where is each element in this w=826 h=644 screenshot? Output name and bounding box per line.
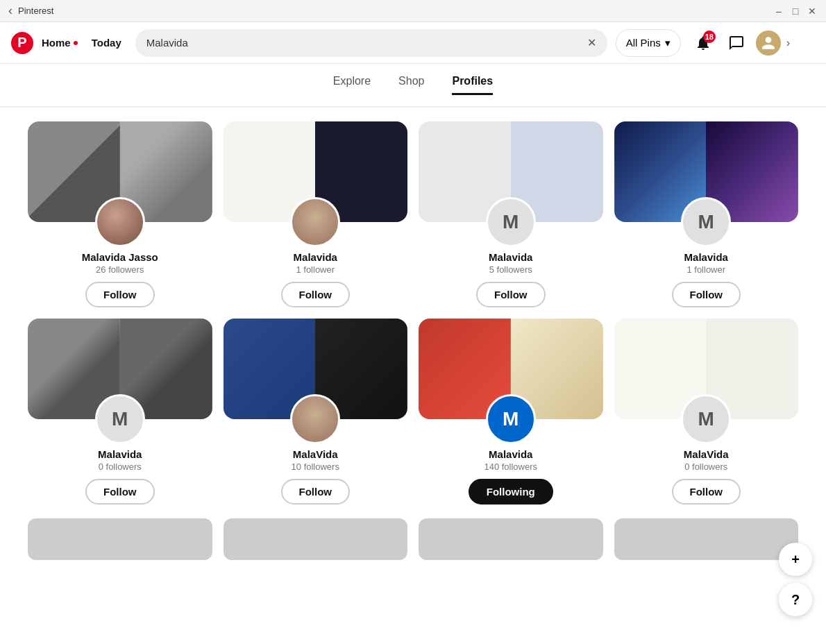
follow-button[interactable]: Follow (672, 282, 741, 307)
window-controls: – □ ✕ (773, 6, 818, 17)
profile-followers: 5 followers (489, 264, 532, 275)
follow-button[interactable]: Follow (476, 282, 546, 307)
bottom-image-right (120, 518, 212, 560)
profile-followers: 0 followers (99, 461, 142, 472)
user-avatar[interactable] (756, 31, 781, 56)
filter-label: All Pins (626, 37, 661, 49)
search-bar[interactable]: ✕ (135, 29, 607, 57)
title-bar: ‹ Pinterest – □ ✕ (0, 0, 826, 22)
nav-icons: 18 › (689, 29, 790, 57)
search-tabs: Explore Shop Profiles (0, 64, 826, 108)
profile-card-3[interactable]: M Malavida 5 followers Follow (419, 121, 603, 307)
profile-name: Malavida Jasso (82, 251, 158, 263)
bottom-card-2[interactable] (224, 518, 408, 560)
bottom-image-left (224, 518, 316, 560)
profile-followers: 140 followers (484, 461, 537, 472)
messages-button[interactable] (723, 29, 750, 57)
profile-avatar (290, 394, 340, 444)
profile-card-2[interactable]: Malavida 1 follower Follow (224, 121, 408, 307)
nav-bar: P Home Today ✕ All Pins ▾ 18 › (0, 22, 826, 64)
chevron-down-icon: ▾ (665, 37, 671, 49)
notifications-button[interactable]: 18 (689, 29, 717, 57)
add-fab-button[interactable]: + (779, 543, 812, 576)
search-clear-icon[interactable]: ✕ (587, 36, 596, 49)
follow-button[interactable]: Following (469, 479, 553, 505)
profile-name: Malavida (489, 251, 532, 263)
account-chevron-icon[interactable]: › (786, 37, 790, 49)
tab-profiles[interactable]: Profiles (452, 75, 493, 95)
bottom-card-3[interactable] (419, 518, 603, 560)
filter-dropdown[interactable]: All Pins ▾ (616, 29, 681, 57)
tab-explore[interactable]: Explore (333, 75, 371, 95)
notification-badge: 18 (703, 31, 716, 43)
profile-card-8[interactable]: M MalaVida 0 followers Follow (614, 319, 799, 505)
profile-card-7[interactable]: M Malavida 140 followers Following (419, 319, 603, 505)
bottom-card-4[interactable] (614, 518, 799, 560)
profile-card-1[interactable]: Malavida Jasso 26 followers Follow (28, 121, 212, 307)
profile-avatar (95, 197, 145, 247)
nav-home-button[interactable]: Home (42, 37, 78, 49)
follow-button[interactable]: Follow (85, 282, 155, 307)
bottom-card-1[interactable] (28, 518, 212, 560)
profile-followers: 26 followers (96, 264, 144, 275)
profile-card-4[interactable]: M Malavida 1 follower Follow (614, 121, 799, 307)
profile-avatar: M (681, 197, 731, 247)
profile-avatar: M (681, 394, 731, 444)
profile-followers: 10 followers (292, 461, 339, 472)
bottom-image-right (315, 518, 407, 560)
profile-name: Malavida (98, 448, 142, 460)
follow-button[interactable]: Follow (85, 479, 155, 505)
profile-card-5[interactable]: M Malavida 0 followers Follow (28, 319, 212, 505)
profile-followers: 0 followers (684, 461, 727, 472)
profile-name: Malavida (684, 251, 728, 263)
title-bar-title: Pinterest (18, 6, 53, 16)
bottom-strip (0, 518, 826, 571)
pinterest-logo[interactable]: P (11, 32, 33, 54)
nav-today-button[interactable]: Today (86, 37, 127, 49)
minimize-button[interactable]: – (773, 6, 784, 17)
message-icon (728, 35, 745, 51)
profiles-grid: Malavida Jasso 26 followers Follow Malav… (0, 108, 826, 518)
follow-button[interactable]: Follow (281, 282, 351, 307)
search-input[interactable] (146, 37, 587, 49)
fab-container: + ? (779, 543, 812, 616)
close-button[interactable]: ✕ (807, 6, 818, 17)
profile-avatar: M (95, 394, 145, 444)
profile-avatar (290, 197, 340, 247)
profile-card-6[interactable]: MalaVida 10 followers Follow (224, 319, 408, 505)
bottom-image-left (28, 518, 120, 560)
profile-avatar: M (486, 197, 536, 247)
profile-name: Malavida (294, 251, 337, 263)
tab-shop[interactable]: Shop (398, 75, 424, 95)
home-dot (74, 41, 78, 45)
profile-avatar: M (486, 394, 536, 444)
back-icon[interactable]: ‹ (8, 3, 12, 18)
help-fab-button[interactable]: ? (779, 583, 812, 616)
bottom-image-left (614, 518, 707, 560)
maximize-button[interactable]: □ (790, 6, 801, 17)
user-icon (761, 35, 776, 51)
profile-name: Malavida (489, 448, 532, 460)
bottom-image-left (419, 518, 511, 560)
bottom-image-right (511, 518, 603, 560)
follow-button[interactable]: Follow (281, 479, 351, 505)
profile-name: MalaVida (293, 448, 338, 460)
follow-button[interactable]: Follow (672, 479, 741, 505)
profile-name: MalaVida (684, 448, 729, 460)
profile-followers: 1 follower (686, 264, 725, 275)
profile-followers: 1 follower (296, 264, 335, 275)
